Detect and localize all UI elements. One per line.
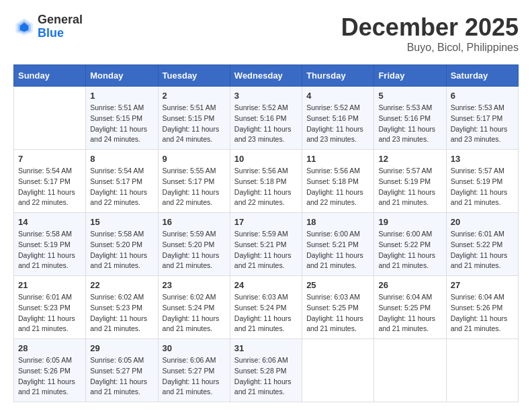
calendar-cell: 14Sunrise: 5:58 AMSunset: 5:19 PMDayligh… (14, 213, 86, 276)
logo-text: General Blue (38, 13, 83, 40)
day-number: 3 (234, 91, 298, 101)
calendar-week-row: 14Sunrise: 5:58 AMSunset: 5:19 PMDayligh… (14, 213, 519, 276)
day-info: Sunrise: 6:00 AMSunset: 5:22 PMDaylight:… (378, 229, 441, 271)
day-info: Sunrise: 5:53 AMSunset: 5:16 PMDaylight:… (378, 103, 441, 145)
day-number: 9 (163, 154, 226, 164)
day-info: Sunrise: 6:06 AMSunset: 5:28 PMDaylight:… (234, 355, 298, 398)
logo-blue: Blue (38, 27, 83, 40)
day-info: Sunrise: 5:54 AMSunset: 5:17 PMDaylight:… (90, 166, 153, 208)
calendar-cell: 8Sunrise: 5:54 AMSunset: 5:17 PMDaylight… (86, 150, 158, 213)
calendar-cell: 18Sunrise: 6:00 AMSunset: 5:21 PMDayligh… (302, 213, 374, 276)
day-info: Sunrise: 5:57 AMSunset: 5:19 PMDaylight:… (451, 166, 514, 208)
title-block: December 2025 Buyo, Bicol, Philippines (341, 13, 519, 54)
day-number: 13 (451, 154, 514, 164)
day-number: 11 (306, 154, 369, 164)
day-number: 15 (90, 217, 153, 227)
day-info: Sunrise: 6:01 AMSunset: 5:22 PMDaylight:… (451, 229, 514, 271)
calendar-cell (374, 339, 446, 402)
calendar-cell: 28Sunrise: 6:05 AMSunset: 5:26 PMDayligh… (14, 339, 86, 402)
calendar-cell: 22Sunrise: 6:02 AMSunset: 5:23 PMDayligh… (86, 276, 158, 339)
logo-general: General (38, 13, 83, 27)
day-info: Sunrise: 6:03 AMSunset: 5:24 PMDaylight:… (234, 292, 298, 334)
weekday-header: Thursday (302, 65, 374, 87)
day-info: Sunrise: 6:06 AMSunset: 5:27 PMDaylight:… (163, 355, 226, 398)
calendar-cell: 30Sunrise: 6:06 AMSunset: 5:27 PMDayligh… (158, 339, 230, 402)
day-info: Sunrise: 5:53 AMSunset: 5:17 PMDaylight:… (451, 103, 514, 145)
day-number: 25 (306, 280, 369, 290)
day-info: Sunrise: 5:52 AMSunset: 5:16 PMDaylight:… (234, 103, 298, 145)
day-info: Sunrise: 5:58 AMSunset: 5:20 PMDaylight:… (90, 229, 153, 271)
day-info: Sunrise: 5:59 AMSunset: 5:21 PMDaylight:… (234, 229, 298, 271)
calendar-cell: 10Sunrise: 5:56 AMSunset: 5:18 PMDayligh… (230, 150, 302, 213)
day-info: Sunrise: 5:54 AMSunset: 5:17 PMDaylight:… (18, 166, 81, 208)
day-info: Sunrise: 6:05 AMSunset: 5:26 PMDaylight:… (18, 355, 81, 398)
weekday-header: Saturday (446, 65, 518, 87)
page-header: General Blue December 2025 Buyo, Bicol, … (13, 13, 519, 54)
calendar-cell: 11Sunrise: 5:56 AMSunset: 5:18 PMDayligh… (302, 150, 374, 213)
calendar-cell: 15Sunrise: 5:58 AMSunset: 5:20 PMDayligh… (86, 213, 158, 276)
calendar-cell: 19Sunrise: 6:00 AMSunset: 5:22 PMDayligh… (374, 213, 446, 276)
day-number: 2 (163, 91, 226, 101)
day-info: Sunrise: 5:56 AMSunset: 5:18 PMDaylight:… (306, 166, 369, 208)
day-info: Sunrise: 5:59 AMSunset: 5:20 PMDaylight:… (163, 229, 226, 271)
day-number: 17 (234, 217, 298, 227)
calendar-cell: 25Sunrise: 6:03 AMSunset: 5:25 PMDayligh… (302, 276, 374, 339)
day-number: 19 (378, 217, 441, 227)
day-info: Sunrise: 5:55 AMSunset: 5:17 PMDaylight:… (163, 166, 226, 208)
calendar-cell (14, 87, 86, 150)
day-number: 30 (163, 343, 226, 353)
day-info: Sunrise: 6:03 AMSunset: 5:25 PMDaylight:… (306, 292, 369, 334)
day-number: 6 (451, 91, 514, 101)
day-number: 21 (18, 280, 81, 290)
day-info: Sunrise: 6:02 AMSunset: 5:24 PMDaylight:… (163, 292, 226, 334)
day-info: Sunrise: 6:04 AMSunset: 5:25 PMDaylight:… (378, 292, 441, 334)
day-number: 18 (306, 217, 369, 227)
day-number: 8 (90, 154, 153, 164)
calendar-cell: 20Sunrise: 6:01 AMSunset: 5:22 PMDayligh… (446, 213, 518, 276)
calendar-week-row: 28Sunrise: 6:05 AMSunset: 5:26 PMDayligh… (14, 339, 519, 402)
day-number: 26 (378, 280, 441, 290)
month-title: December 2025 (341, 13, 519, 42)
day-info: Sunrise: 5:57 AMSunset: 5:19 PMDaylight:… (378, 166, 441, 208)
calendar-cell: 24Sunrise: 6:03 AMSunset: 5:24 PMDayligh… (230, 276, 302, 339)
day-info: Sunrise: 5:51 AMSunset: 5:15 PMDaylight:… (163, 103, 226, 145)
day-info: Sunrise: 6:02 AMSunset: 5:23 PMDaylight:… (90, 292, 153, 334)
day-number: 5 (378, 91, 441, 101)
calendar-cell: 6Sunrise: 5:53 AMSunset: 5:17 PMDaylight… (446, 87, 518, 150)
day-number: 29 (90, 343, 153, 353)
calendar-week-row: 7Sunrise: 5:54 AMSunset: 5:17 PMDaylight… (14, 150, 519, 213)
calendar-cell: 9Sunrise: 5:55 AMSunset: 5:17 PMDaylight… (158, 150, 230, 213)
day-info: Sunrise: 5:56 AMSunset: 5:18 PMDaylight:… (234, 166, 298, 208)
calendar-cell (302, 339, 374, 402)
calendar-week-row: 1Sunrise: 5:51 AMSunset: 5:15 PMDaylight… (14, 87, 519, 150)
calendar-cell: 7Sunrise: 5:54 AMSunset: 5:17 PMDaylight… (14, 150, 86, 213)
day-number: 10 (234, 154, 298, 164)
day-number: 27 (451, 280, 514, 290)
day-number: 31 (234, 343, 298, 353)
calendar-cell: 31Sunrise: 6:06 AMSunset: 5:28 PMDayligh… (230, 339, 302, 402)
calendar-cell: 21Sunrise: 6:01 AMSunset: 5:23 PMDayligh… (14, 276, 86, 339)
day-number: 23 (163, 280, 226, 290)
day-info: Sunrise: 6:01 AMSunset: 5:23 PMDaylight:… (18, 292, 81, 334)
weekday-header-row: SundayMondayTuesdayWednesdayThursdayFrid… (14, 65, 519, 87)
day-info: Sunrise: 6:00 AMSunset: 5:21 PMDaylight:… (306, 229, 369, 271)
calendar-cell: 3Sunrise: 5:52 AMSunset: 5:16 PMDaylight… (230, 87, 302, 150)
day-info: Sunrise: 5:58 AMSunset: 5:19 PMDaylight:… (18, 229, 81, 271)
day-info: Sunrise: 6:04 AMSunset: 5:26 PMDaylight:… (451, 292, 514, 334)
calendar-cell: 17Sunrise: 5:59 AMSunset: 5:21 PMDayligh… (230, 213, 302, 276)
day-number: 28 (18, 343, 81, 353)
day-number: 24 (234, 280, 298, 290)
day-info: Sunrise: 5:52 AMSunset: 5:16 PMDaylight:… (306, 103, 369, 145)
calendar-week-row: 21Sunrise: 6:01 AMSunset: 5:23 PMDayligh… (14, 276, 519, 339)
day-info: Sunrise: 6:05 AMSunset: 5:27 PMDaylight:… (90, 355, 153, 398)
weekday-header: Monday (86, 65, 158, 87)
logo: General Blue (13, 13, 83, 40)
calendar-cell: 23Sunrise: 6:02 AMSunset: 5:24 PMDayligh… (158, 276, 230, 339)
day-number: 20 (451, 217, 514, 227)
calendar-cell: 26Sunrise: 6:04 AMSunset: 5:25 PMDayligh… (374, 276, 446, 339)
calendar-cell: 29Sunrise: 6:05 AMSunset: 5:27 PMDayligh… (86, 339, 158, 402)
calendar-cell: 4Sunrise: 5:52 AMSunset: 5:16 PMDaylight… (302, 87, 374, 150)
day-number: 12 (378, 154, 441, 164)
location: Buyo, Bicol, Philippines (341, 42, 519, 54)
day-number: 1 (90, 91, 153, 101)
